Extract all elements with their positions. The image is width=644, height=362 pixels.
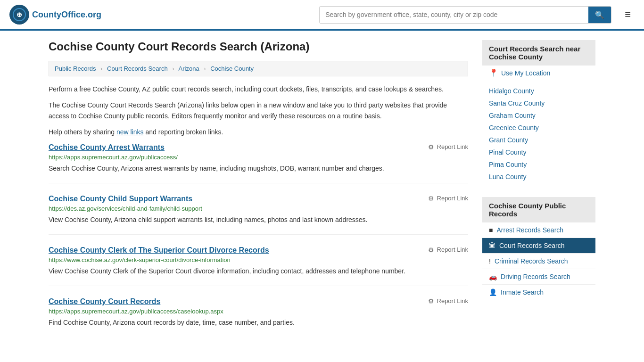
list-item[interactable]: Luna County (482, 171, 595, 183)
description-2: The Cochise County Court Records Search … (49, 100, 468, 121)
page-title: Cochise County Court Records Search (Ari… (49, 40, 468, 53)
breadcrumb-public-records[interactable]: Public Records (55, 65, 96, 72)
search-button[interactable]: 🔍 (588, 7, 611, 23)
breadcrumb-court-records-search[interactable]: Court Records Search (107, 65, 168, 72)
report-icon: ⚙ (428, 246, 434, 254)
result-header: Cochise County Child Support Warrants ⚙ … (49, 195, 468, 203)
search-icon: 🔍 (595, 11, 604, 19)
report-link[interactable]: ⚙ Report Link (428, 195, 468, 202)
sidebar-public-records-section: Cochise County Public Records ■ Arrest R… (482, 197, 595, 300)
sidebar-records-list: ■ Arrest Records Search 🏛 Court Records … (482, 222, 595, 300)
sidebar-nearby-list: Hidalgo County Santa Cruz County Graham … (482, 80, 595, 188)
sidebar: Court Records Search near Cochise County… (482, 40, 595, 348)
search-bar: 🔍 (319, 6, 611, 24)
driving-records-icon: 🚗 (489, 273, 497, 280)
report-link[interactable]: ⚙ Report Link (428, 297, 468, 305)
arrest-records-icon: ■ (489, 226, 493, 234)
result-url[interactable]: https://des.az.gov/services/child-and-fa… (49, 205, 468, 212)
report-link[interactable]: ⚙ Report Link (428, 246, 468, 254)
report-icon: ⚙ (428, 195, 434, 202)
result-desc: Find Cochise County, Arizona court recor… (49, 318, 468, 328)
description-3: Help others by sharing new links and rep… (49, 127, 468, 137)
result-item: Cochise County Court Records ⚙ Report Li… (49, 297, 468, 337)
sidebar-nearby-section: Court Records Search near Cochise County… (482, 40, 595, 188)
criminal-records-icon: ! (489, 257, 491, 265)
result-header: Cochise County Clerk of The Superior Cou… (49, 246, 468, 255)
result-header: Cochise County Arrest Warrants ⚙ Report … (49, 143, 468, 152)
list-item[interactable]: Hidalgo County (482, 85, 595, 97)
site-header: ⊕ CountyOffice.org 🔍 ≡ (0, 0, 644, 31)
list-item[interactable]: Pima County (482, 158, 595, 171)
breadcrumb: Public Records › Court Records Search › … (49, 61, 468, 76)
result-item: Cochise County Arrest Warrants ⚙ Report … (49, 143, 468, 183)
logo-icon: ⊕ (9, 5, 29, 25)
use-location-button[interactable]: 📍 Use My Location (482, 66, 595, 80)
sidebar-item-arrest-records[interactable]: ■ Arrest Records Search (482, 222, 595, 238)
site-logo[interactable]: ⊕ CountyOffice.org (9, 5, 101, 25)
hamburger-button[interactable]: ≡ (621, 7, 635, 23)
sidebar-item-criminal-records[interactable]: ! Criminal Records Search (482, 254, 595, 269)
result-url[interactable]: https://apps.supremecourt.az.gov/publica… (49, 308, 468, 315)
list-item[interactable]: Greenlee County (482, 122, 595, 134)
location-pin-icon: 📍 (489, 68, 498, 77)
result-url[interactable]: https://apps.supremecourt.az.gov/publica… (49, 154, 468, 161)
results-list: Cochise County Arrest Warrants ⚙ Report … (49, 143, 468, 337)
report-link[interactable]: ⚙ Report Link (428, 143, 468, 151)
list-item[interactable]: Grant County (482, 134, 595, 146)
breadcrumb-cochise-county[interactable]: Cochise County (210, 65, 254, 72)
use-location-label: Use My Location (501, 69, 550, 77)
result-url[interactable]: https://www.cochise.az.gov/clerk-superio… (49, 256, 468, 263)
sidebar-item-driving-records[interactable]: 🚗 Driving Records Search (482, 269, 595, 285)
court-records-icon: 🏛 (489, 242, 495, 249)
sidebar-nearby-title: Court Records Search near Cochise County (482, 40, 595, 66)
search-input[interactable] (320, 7, 588, 23)
result-title[interactable]: Cochise County Clerk of The Superior Cou… (49, 246, 269, 255)
hamburger-icon: ≡ (625, 8, 631, 20)
result-item: Cochise County Clerk of The Superior Cou… (49, 246, 468, 286)
result-desc: Search Cochise County, Arizona arrest wa… (49, 164, 468, 173)
result-item: Cochise County Child Support Warrants ⚙ … (49, 195, 468, 235)
report-icon: ⚙ (428, 143, 434, 151)
result-desc: View Cochise County, Arizona child suppo… (49, 215, 468, 225)
result-header: Cochise County Court Records ⚙ Report Li… (49, 297, 468, 306)
breadcrumb-arizona[interactable]: Arizona (179, 65, 199, 72)
sidebar-item-inmate-search[interactable]: 👤 Inmate Search (482, 285, 595, 300)
result-title[interactable]: Cochise County Arrest Warrants (49, 143, 165, 152)
result-title[interactable]: Cochise County Child Support Warrants (49, 195, 192, 203)
report-icon: ⚙ (428, 297, 434, 305)
inmate-search-icon: 👤 (489, 288, 497, 296)
main-container: Cochise County Court Records Search (Ari… (39, 31, 605, 358)
sidebar-item-court-records[interactable]: 🏛 Court Records Search (482, 238, 595, 254)
sidebar-public-records-title: Cochise County Public Records (482, 197, 595, 222)
list-item[interactable]: Graham County (482, 109, 595, 122)
svg-text:⊕: ⊕ (17, 11, 22, 18)
result-desc: View Cochise County Clerk of the Superio… (49, 266, 468, 276)
list-item[interactable]: Santa Cruz County (482, 97, 595, 109)
description-1: Perform a free Cochise County, AZ public… (49, 84, 468, 94)
result-title[interactable]: Cochise County Court Records (49, 297, 160, 306)
content-area: Cochise County Court Records Search (Ari… (49, 40, 468, 348)
list-item[interactable]: Pinal County (482, 146, 595, 158)
new-links-link[interactable]: new links (116, 128, 144, 136)
logo-text: CountyOffice.org (32, 10, 101, 20)
